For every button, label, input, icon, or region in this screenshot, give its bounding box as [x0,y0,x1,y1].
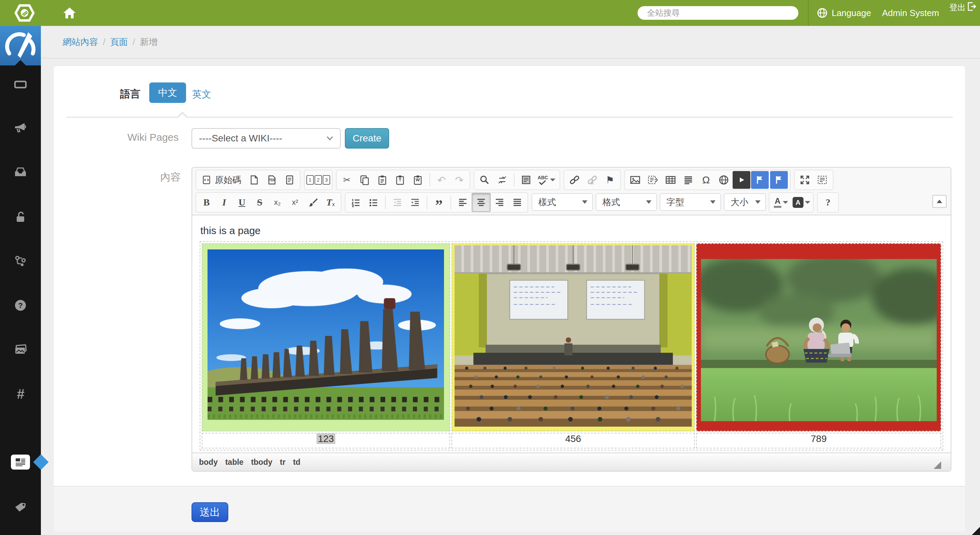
templates-button[interactable] [281,171,299,189]
background-color-button[interactable]: A [791,194,812,211]
sidebar-item-inbox[interactable] [0,157,41,187]
keystrokes-button[interactable]: 1 2 3 [306,171,331,189]
undo-button[interactable]: ↶ [433,171,450,189]
bulleted-list-button[interactable] [364,194,382,211]
caption-cell-1[interactable]: 123 [202,433,450,449]
div-container-button[interactable] [644,171,662,189]
caption-cell-2[interactable]: 456 [452,433,695,449]
align-left-button[interactable] [454,194,472,211]
content-paragraph[interactable]: this is a page [200,225,942,237]
caption-456[interactable]: 456 [565,433,581,444]
numbered-list-button[interactable] [347,194,364,211]
format-dropdown[interactable]: 格式 [596,193,657,211]
breadcrumb-link-pages[interactable]: 頁面 [110,36,128,48]
editor-content-area[interactable]: this is a page [192,215,951,452]
university-lecture-hall-photo[interactable] [455,245,692,427]
font-dropdown[interactable]: 字型 [660,193,721,211]
dashboard-logo[interactable] [0,26,41,65]
styles-dropdown[interactable]: 樣式 [531,193,593,211]
path-item-body[interactable]: body [199,458,218,467]
unlink-button[interactable] [583,171,601,189]
sidebar-item-help[interactable]: ? [0,290,41,320]
remove-format-button[interactable]: Tx [322,194,339,211]
copy-button[interactable] [356,171,374,189]
italic-button[interactable]: I [215,194,233,211]
sidebar-item-announcements[interactable] [0,113,41,142]
paste-button[interactable] [374,171,391,189]
blockquote-button[interactable]: ” [430,194,448,211]
decrease-indent-button[interactable] [388,194,406,211]
source-button[interactable]: 原始碼 [197,171,245,189]
sidebar-item-tag[interactable] [0,491,41,521]
path-item-tr[interactable]: tr [280,458,286,467]
paste-from-word-button[interactable]: W [409,171,426,189]
path-item-table[interactable]: table [225,458,243,467]
table-cell-yellow[interactable] [452,243,695,432]
easter-island-moai-photo[interactable] [207,250,444,420]
sidebar-item-media[interactable] [0,334,41,365]
sidebar-item-sitemap[interactable] [0,246,41,276]
plugin-flag-button-1[interactable] [751,171,769,189]
superscript-button[interactable]: x² [286,194,304,211]
special-char-button[interactable]: Ω [697,171,715,189]
redo-button[interactable]: ↷ [450,171,468,189]
logout-button[interactable]: 登出 [949,2,976,13]
spellcheck-button[interactable]: ABC [535,171,558,189]
horizontal-rule-button[interactable] [679,171,697,189]
font-size-dropdown[interactable]: 大小 [724,193,766,211]
table-cell-green[interactable] [202,243,450,432]
site-search-input[interactable] [638,6,799,20]
new-page-button[interactable] [245,171,263,189]
replace-button[interactable] [493,171,511,189]
language-menu[interactable]: Language [817,8,871,18]
iframe-button[interactable] [715,171,733,189]
justify-button[interactable] [508,194,526,211]
caption-789[interactable]: 789 [811,433,827,444]
tab-english[interactable]: 英文 [192,88,211,101]
sidebar-item-pages-active[interactable] [0,447,41,477]
align-right-button[interactable] [491,194,508,211]
collapse-toolbar-button[interactable] [932,195,947,208]
home-button[interactable] [56,7,83,19]
table-cell-red[interactable] [696,243,941,432]
breadcrumb-link-site-content[interactable]: 網站內容 [63,36,98,48]
wiki-select[interactable]: ----Select a WIKI---- [191,128,341,148]
text-color-button[interactable]: A [771,194,791,211]
insert-link-button[interactable] [566,171,583,189]
app-logo[interactable] [10,4,40,22]
maximize-button[interactable] [796,171,814,189]
superscript-icon: x² [292,198,298,207]
caption-cell-3[interactable]: 789 [696,433,941,449]
cut-button[interactable]: ✂ [338,171,356,189]
paste-as-text-button[interactable]: T [391,171,409,189]
submit-button[interactable]: 送出 [191,502,228,522]
user-menu[interactable]: Admin System [882,8,939,18]
about-button[interactable]: ? [819,194,837,211]
caption-123-selected[interactable]: 123 [317,433,335,444]
align-center-button[interactable] [472,193,491,212]
show-blocks-button[interactable] [814,171,831,189]
tab-chinese[interactable]: 中文 [149,83,186,103]
subscript-button[interactable]: x₂ [269,194,286,211]
path-item-tbody[interactable]: tbody [251,458,273,467]
sidebar-item-billboard[interactable] [0,70,41,99]
copy-formatting-button[interactable] [304,194,322,211]
editor-resize-handle[interactable] [934,462,941,469]
anchor-button[interactable]: ⚑ [601,171,619,189]
export-pdf-button[interactable]: PDF [263,171,281,189]
plugin-flag-button-2[interactable] [770,171,788,189]
strikethrough-button[interactable]: S [251,194,269,211]
increase-indent-button[interactable] [406,194,424,211]
bold-button[interactable]: B [197,194,215,211]
grandmother-and-boy-photo[interactable] [701,259,937,421]
select-all-button[interactable] [517,171,535,189]
sidebar-item-security[interactable] [0,202,41,232]
sidebar-item-tags-hash[interactable]: # [0,379,41,409]
create-button[interactable]: Create [345,128,389,148]
path-item-td[interactable]: td [293,458,301,467]
underline-button[interactable]: U [233,194,251,211]
youtube-button[interactable] [733,171,750,189]
insert-image-button[interactable] [626,171,644,189]
insert-table-button[interactable] [662,171,679,189]
find-button[interactable] [476,171,493,189]
